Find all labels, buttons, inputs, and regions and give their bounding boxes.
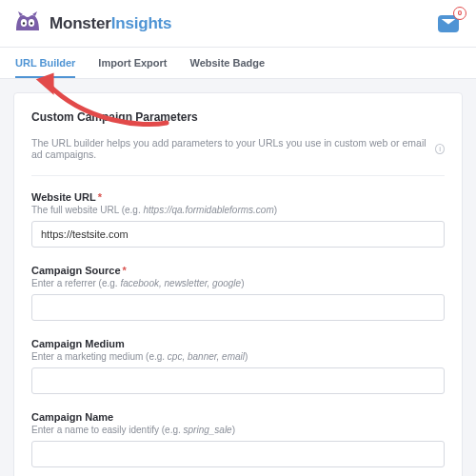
campaign-card: Custom Campaign Parameters The URL build…: [13, 92, 463, 476]
brand: MonsterInsights: [13, 10, 171, 37]
brand-logo: [13, 10, 42, 37]
tab-url-builder[interactable]: URL Builder: [15, 48, 75, 78]
field-hint: Enter a referrer (e.g. facebook, newslet…: [31, 278, 445, 288]
website-url-input[interactable]: [31, 221, 445, 248]
field-label: Campaign Medium: [31, 338, 445, 349]
info-icon[interactable]: i: [435, 144, 445, 154]
field-campaign-name: Campaign Name Enter a name to easily ide…: [31, 411, 445, 467]
tab-import-export[interactable]: Import Export: [98, 48, 167, 78]
field-website-url: Website URL* The full website URL (e.g. …: [31, 191, 445, 248]
field-hint: Enter a name to easily identify (e.g. sp…: [31, 425, 445, 435]
field-label: Campaign Name: [31, 411, 445, 423]
svg-point-2: [23, 22, 25, 24]
inbox-button[interactable]: 0: [434, 12, 463, 35]
campaign-name-input[interactable]: [31, 441, 445, 467]
inbox-badge: 0: [453, 7, 466, 20]
field-label: Website URL*: [31, 191, 445, 203]
card-title: Custom Campaign Parameters: [31, 110, 445, 124]
brand-name: MonsterInsights: [50, 14, 171, 33]
app-header: MonsterInsights 0: [0, 0, 476, 47]
svg-point-3: [30, 22, 32, 24]
tab-bar: URL Builder Import Export Website Badge: [0, 47, 476, 79]
campaign-source-input[interactable]: [31, 294, 445, 321]
field-hint: The full website URL (e.g. https://qa.fo…: [31, 205, 445, 215]
field-label: Campaign Source*: [31, 265, 445, 276]
field-hint: Enter a marketing medium (e.g. cpc, bann…: [31, 351, 445, 362]
campaign-medium-input[interactable]: [31, 367, 445, 394]
card-description: The URL builder helps you add parameters…: [31, 137, 445, 176]
field-campaign-source: Campaign Source* Enter a referrer (e.g. …: [31, 265, 445, 321]
tab-website-badge[interactable]: Website Badge: [189, 48, 265, 78]
field-campaign-medium: Campaign Medium Enter a marketing medium…: [31, 338, 445, 394]
